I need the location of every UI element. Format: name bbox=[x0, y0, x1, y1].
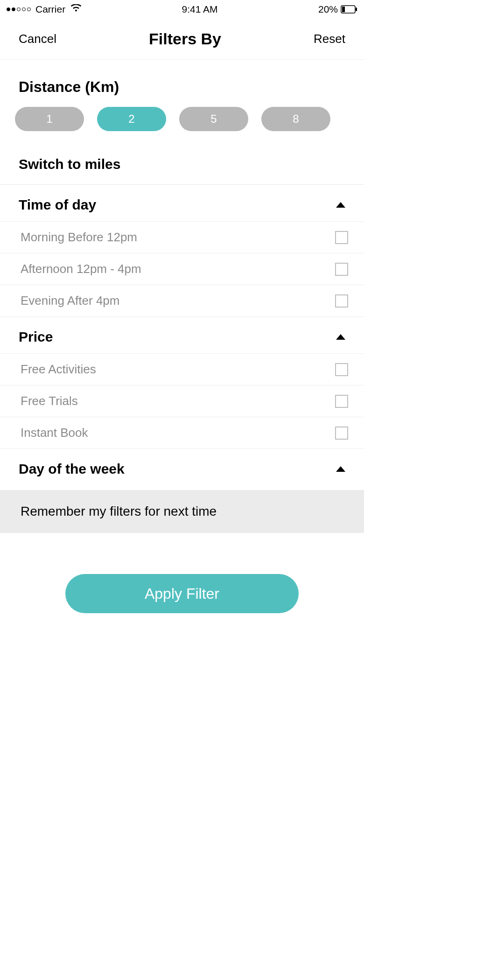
price-option-free-trials[interactable]: Free Trials bbox=[0, 385, 364, 417]
carrier-label: Carrier bbox=[35, 4, 65, 15]
option-label: Afternoon 12pm - 4pm bbox=[21, 262, 141, 276]
day-of-week-header[interactable]: Day of the week bbox=[0, 449, 364, 490]
option-label: Morning Before 12pm bbox=[21, 230, 137, 245]
time-of-day-header[interactable]: Time of day bbox=[0, 185, 364, 221]
time-option-afternoon[interactable]: Afternoon 12pm - 4pm bbox=[0, 253, 364, 285]
option-label: Instant Book bbox=[21, 426, 88, 440]
cancel-button[interactable]: Cancel bbox=[19, 32, 56, 46]
price-option-free-activities[interactable]: Free Activities bbox=[0, 353, 364, 385]
wifi-icon bbox=[71, 4, 81, 15]
distance-chips: 1 2 5 8 bbox=[15, 107, 345, 150]
distance-chip-2[interactable]: 2 bbox=[97, 107, 166, 131]
chevron-up-icon bbox=[336, 334, 345, 340]
svg-rect-1 bbox=[342, 7, 345, 12]
apply-filter-button[interactable]: Apply Filter bbox=[65, 574, 299, 613]
switch-to-miles-button[interactable]: Switch to miles bbox=[19, 150, 345, 184]
price-header[interactable]: Price bbox=[0, 317, 364, 353]
battery-percent: 20% bbox=[318, 4, 338, 15]
time-option-morning[interactable]: Morning Before 12pm bbox=[0, 221, 364, 253]
apply-wrap: Apply Filter bbox=[0, 533, 364, 632]
checkbox[interactable] bbox=[335, 294, 348, 308]
nav-bar: Cancel Filters By Reset bbox=[0, 19, 364, 60]
time-of-day-title: Time of day bbox=[19, 197, 96, 213]
option-label: Free Activities bbox=[21, 362, 96, 377]
day-of-week-title: Day of the week bbox=[19, 461, 125, 477]
option-label: Free Trials bbox=[21, 394, 78, 408]
remember-label: Remember my filters for next time bbox=[21, 504, 217, 518]
chevron-up-icon bbox=[336, 466, 345, 472]
reset-button[interactable]: Reset bbox=[314, 32, 345, 46]
page-title: Filters By bbox=[149, 30, 221, 48]
signal-dots-icon bbox=[7, 7, 31, 11]
price-title: Price bbox=[19, 329, 53, 345]
status-time: 9:41 AM bbox=[182, 4, 218, 15]
chevron-up-icon bbox=[336, 202, 345, 208]
distance-title: Distance (Km) bbox=[19, 60, 345, 107]
status-bar: Carrier 9:41 AM 20% bbox=[0, 0, 364, 19]
distance-chip-1[interactable]: 1 bbox=[15, 107, 84, 131]
checkbox[interactable] bbox=[335, 231, 348, 244]
checkbox[interactable] bbox=[335, 263, 348, 276]
distance-chip-5[interactable]: 5 bbox=[179, 107, 248, 131]
distance-chip-8[interactable]: 8 bbox=[261, 107, 330, 131]
checkbox[interactable] bbox=[335, 427, 348, 440]
distance-section: Distance (Km) 1 2 5 8 Switch to miles bbox=[0, 60, 364, 184]
status-right: 20% bbox=[318, 4, 357, 15]
battery-icon bbox=[341, 5, 357, 14]
svg-rect-2 bbox=[356, 7, 357, 11]
checkbox[interactable] bbox=[335, 395, 348, 408]
remember-filters-row[interactable]: Remember my filters for next time bbox=[0, 490, 364, 533]
checkbox[interactable] bbox=[335, 363, 348, 376]
price-option-instant-book[interactable]: Instant Book bbox=[0, 417, 364, 449]
option-label: Evening After 4pm bbox=[21, 294, 119, 308]
status-left: Carrier bbox=[7, 4, 81, 15]
time-option-evening[interactable]: Evening After 4pm bbox=[0, 285, 364, 317]
